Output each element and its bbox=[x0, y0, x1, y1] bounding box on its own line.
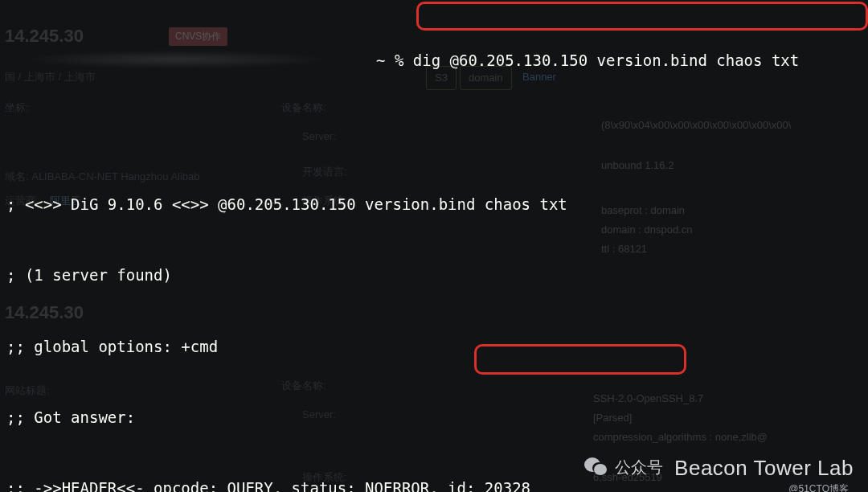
dig-global-options: ;; global options: +cmd bbox=[6, 335, 862, 359]
wechat-label: 公众号 bbox=[615, 455, 663, 480]
redacted-hostname bbox=[14, 51, 336, 68]
wechat-icon bbox=[584, 457, 608, 478]
prompt-marker: ~ % bbox=[376, 51, 403, 69]
prompt-command: dig @60.205.130.150 version.bind chaos t… bbox=[413, 51, 799, 69]
terminal[interactable]: ~ % dig @60.205.130.150 version.bind cha… bbox=[0, 0, 868, 492]
dig-got-answer: ;; Got answer: bbox=[6, 406, 862, 429]
blank-1 bbox=[6, 122, 862, 146]
brand-sub: @51CTO博客 bbox=[788, 482, 849, 492]
wechat-badge: 公众号 bbox=[584, 455, 663, 480]
prompt-text: ~ % dig @60.205.130.150 version.bind cha… bbox=[376, 49, 799, 72]
dig-server-found: ; (1 server found) bbox=[6, 264, 862, 287]
watermark: 公众号 Beacon Tower Lab @51CTO博客 bbox=[584, 452, 854, 484]
brand-name: Beacon Tower Lab bbox=[674, 452, 854, 484]
prompt-line[interactable]: ~ % dig @60.205.130.150 version.bind cha… bbox=[6, 47, 862, 75]
dig-banner: ; <<>> DiG 9.10.6 <<>> @60.205.130.150 v… bbox=[6, 193, 862, 216]
